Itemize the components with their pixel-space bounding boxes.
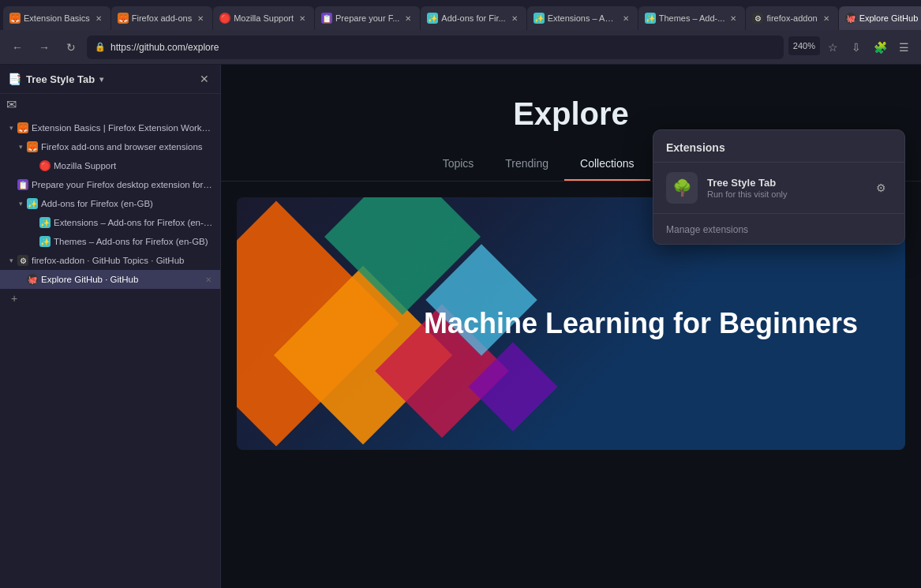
sidebar-title: 📑 Tree Style Tab ▾ <box>8 73 197 85</box>
sidebar-add-tab-button[interactable]: + <box>6 290 22 306</box>
sidebar-tree-item[interactable]: ▾ ✨ Add-ons for Firefox (en-GB) <box>0 194 220 213</box>
tab-tab-9[interactable]: 🐙 Explore GitHub ✕ <box>839 6 921 30</box>
tab-bar: 🦊 Extension Basics ✕ 🦊 Firefox add-ons ✕… <box>0 0 921 30</box>
explore-nav-trending[interactable]: Trending <box>489 148 564 181</box>
ext-desc: Run for this visit only <box>707 189 860 199</box>
tab-close-button[interactable]: ✕ <box>509 13 520 24</box>
tree-expander-icon: ▾ <box>16 142 25 152</box>
lock-icon: 🔒 <box>95 42 106 52</box>
forward-button[interactable]: → <box>33 36 55 58</box>
tab-title: Prepare your F... <box>335 13 399 23</box>
menu-button[interactable]: ☰ <box>893 36 915 58</box>
sidebar-tree-item[interactable]: ✨ Themes – Add-ons for Firefox (en-GB) <box>0 232 220 251</box>
sidebar: 📑 Tree Style Tab ▾ ✕ ✉ ▾ 🦊 Extension Bas… <box>0 65 221 588</box>
zoom-badge[interactable]: 240% <box>788 36 820 55</box>
tab-title: Add-ons for Fir... <box>441 13 505 23</box>
tab-tab-3[interactable]: 🔴 Mozilla Support ✕ <box>213 6 314 30</box>
tree-item-label: Prepare your Firefox desktop extension f… <box>32 180 214 189</box>
tab-close-button[interactable]: ✕ <box>728 13 739 24</box>
tab-favicon: ✨ <box>427 13 438 24</box>
tab-favicon: ✨ <box>534 13 545 24</box>
sidebar-tree-item[interactable]: ▾ ⚙ firefox-addon · GitHub Topics · GitH… <box>0 251 220 270</box>
tree-favicon: ⚙ <box>17 255 28 266</box>
content-pane: Explore TopicsTrendingCollectionsEvents … <box>221 65 921 588</box>
tab-close-button[interactable]: ✕ <box>821 13 832 24</box>
tab-close-button[interactable]: ✕ <box>195 13 206 24</box>
banner-text: Machine Learning for Beginners <box>424 306 858 340</box>
tab-favicon: 📋 <box>321 13 332 24</box>
main-area: 📑 Tree Style Tab ▾ ✕ ✉ ▾ 🦊 Extension Bas… <box>0 65 921 588</box>
tree-item-label: Firefox add-ons and browser extensions <box>41 142 214 152</box>
browser-window: 🦊 Extension Basics ✕ 🦊 Firefox add-ons ✕… <box>0 0 921 588</box>
ext-info: Tree Style Tab Run for this visit only <box>707 177 860 199</box>
sidebar-tree-item[interactable]: 🐙 Explore GitHub · GitHub ✕ <box>0 270 220 289</box>
tab-close-button[interactable]: ✕ <box>402 13 414 24</box>
explore-title: Explore <box>237 96 905 132</box>
popup-title: Extensions <box>653 130 904 163</box>
tab-close-button[interactable]: ✕ <box>93 13 104 24</box>
tab-tab-8[interactable]: ⚙ firefox-addon ✕ <box>746 6 837 30</box>
popup-footer: Manage extensions <box>653 213 904 244</box>
sidebar-chevron-icon: ▾ <box>99 75 103 84</box>
back-button[interactable]: ← <box>6 36 28 58</box>
ext-name: Tree Style Tab <box>707 177 860 189</box>
explore-nav-collections[interactable]: Collections <box>564 148 650 181</box>
ext-settings-button[interactable]: ⚙ <box>870 177 892 199</box>
tab-close-button[interactable]: ✕ <box>297 13 308 24</box>
tree-item-label: Themes – Add-ons for Firefox (en-GB) <box>54 237 214 246</box>
reload-button[interactable]: ↻ <box>60 36 82 58</box>
tree-expander-icon: ▾ <box>6 123 16 133</box>
tab-tab-5[interactable]: ✨ Add-ons for Fir... ✕ <box>421 6 526 30</box>
sidebar-tree-item[interactable]: 📋 Prepare your Firefox desktop extension… <box>0 175 220 194</box>
tab-tab-6[interactable]: ✨ Extensions – Ad... ✕ <box>527 6 638 30</box>
sidebar-tree-item[interactable]: ▾ 🦊 Firefox add-ons and browser extensio… <box>0 137 220 156</box>
manage-extensions-link[interactable]: Manage extensions <box>666 224 748 235</box>
tab-close-button[interactable]: ✕ <box>620 13 631 24</box>
tab-tab-4[interactable]: 📋 Prepare your F... ✕ <box>315 6 420 30</box>
tree-favicon: ✨ <box>27 198 38 209</box>
tree-expander-icon: ▾ <box>6 256 16 265</box>
tree-item-label: Extensions – Add-ons for Firefox (en-GB) <box>54 218 214 227</box>
extensions-popup: Extensions 🌳 Tree Style Tab Run for this… <box>653 129 905 245</box>
sidebar-close-button[interactable]: ✕ <box>197 71 212 87</box>
save-button[interactable]: ⇩ <box>845 36 867 58</box>
extensions-button[interactable]: 🧩 <box>869 36 891 58</box>
tree-item-label: Mozilla Support <box>54 161 214 170</box>
tree-favicon: 🦊 <box>17 122 28 133</box>
tree-item-label: Extension Basics | Firefox Extension Wor… <box>32 123 214 133</box>
sidebar-tree: ▾ 🦊 Extension Basics | Firefox Extension… <box>0 115 220 588</box>
tab-title: Extensions – Ad... <box>548 13 617 23</box>
tab-favicon: 🦊 <box>9 13 21 24</box>
tab-favicon: ✨ <box>645 13 656 24</box>
tree-favicon: ✨ <box>39 236 51 247</box>
tab-title: firefox-addon <box>766 13 817 23</box>
tab-title: Mozilla Support <box>234 13 294 23</box>
tab-favicon: 🐙 <box>845 13 856 24</box>
sidebar-tree-item[interactable]: ▾ 🦊 Extension Basics | Firefox Extension… <box>0 118 220 137</box>
tree-expander-icon: ▾ <box>16 199 25 208</box>
tree-favicon: 🔴 <box>39 160 51 171</box>
bookmark-button[interactable]: ☆ <box>822 36 844 58</box>
popup-items: 🌳 Tree Style Tab Run for this visit only… <box>653 163 904 213</box>
sidebar-tree-item[interactable]: 🔴 Mozilla Support <box>0 156 220 175</box>
tab-title: Themes – Add-... <box>659 13 725 23</box>
nav-bar: ← → ↻ 🔒 https://github.com/explore 240% … <box>0 30 921 65</box>
nav-right-buttons: 240% ☆ ⇩ 🧩 ☰ <box>788 36 915 58</box>
ext-icon: 🌳 <box>666 172 698 204</box>
tree-favicon: ✨ <box>39 217 51 228</box>
explore-nav-topics[interactable]: Topics <box>427 148 490 181</box>
tab-tab-2[interactable]: 🦊 Firefox add-ons ✕ <box>111 6 212 30</box>
tree-item-label: Explore GitHub · GitHub <box>41 275 203 284</box>
tree-favicon: 🐙 <box>27 274 38 285</box>
tab-favicon: 🔴 <box>219 13 230 24</box>
popup-extension-item[interactable]: 🌳 Tree Style Tab Run for this visit only… <box>653 163 904 213</box>
tree-favicon: 🦊 <box>27 141 38 152</box>
tab-title: Explore GitHub <box>859 13 919 23</box>
tree-item-label: Add-ons for Firefox (en-GB) <box>41 199 214 208</box>
sidebar-header: 📑 Tree Style Tab ▾ ✕ <box>0 65 220 94</box>
url-bar[interactable]: 🔒 https://github.com/explore <box>87 36 784 59</box>
sidebar-tree-item[interactable]: ✨ Extensions – Add-ons for Firefox (en-G… <box>0 213 220 232</box>
tab-tab-1[interactable]: 🦊 Extension Basics ✕ <box>3 6 110 30</box>
tree-close-icon[interactable]: ✕ <box>203 274 214 285</box>
tab-tab-7[interactable]: ✨ Themes – Add-... ✕ <box>638 6 746 30</box>
